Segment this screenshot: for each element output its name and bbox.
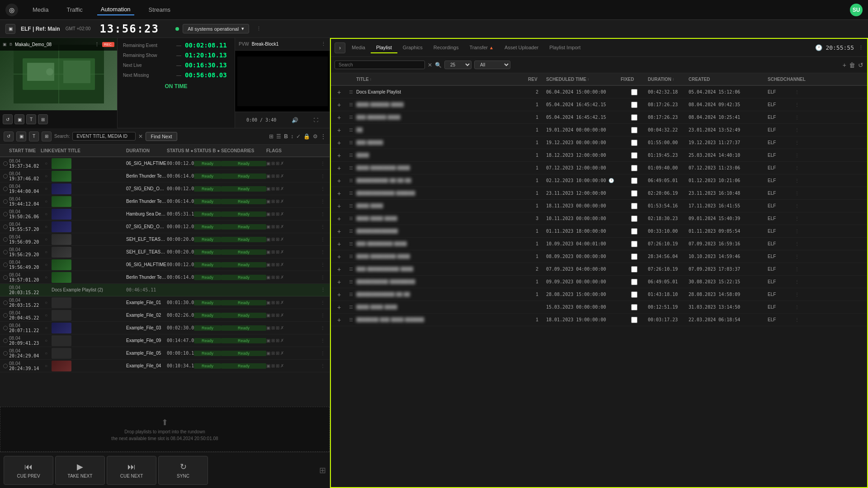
event-row[interactable]: 08.04 19:44:12.04 ○ Berlin Thunder Team … — [0, 195, 330, 208]
playlist-row[interactable]: + ☰ ████ ████ 1 18.11.2023 00:00:00:00 0… — [331, 200, 867, 212]
playlist-drag-handle[interactable]: ☰ — [349, 241, 353, 246]
search-clear-icon[interactable]: ✕ — [138, 133, 143, 140]
event-more-icon[interactable]: ⋮ — [321, 338, 330, 343]
sec-icon-3[interactable]: ⊞ — [276, 249, 279, 254]
right-more-icon[interactable]: ⋮ — [859, 45, 863, 51]
playlist-fixed-checkbox[interactable] — [631, 102, 637, 108]
sec-icon-3[interactable]: ⊞ — [276, 224, 279, 229]
playlist-row-more[interactable]: ⋮ — [795, 153, 808, 158]
playlist-fixed-checkbox[interactable] — [631, 279, 637, 285]
playlist-add-btn[interactable]: + — [337, 89, 341, 96]
playlist-drag-handle[interactable]: ☰ — [349, 317, 353, 322]
event-row[interactable]: 08.04 20:04:45.22 ○ Example_File_02 00:0… — [0, 309, 330, 322]
playlist-row-more[interactable]: ⋮ — [795, 305, 808, 310]
fullscreen-icon[interactable]: ⛶ — [314, 117, 318, 122]
playlist-row-more[interactable]: ⋮ — [795, 216, 808, 221]
playlist-add-btn[interactable]: + — [337, 278, 341, 286]
event-row[interactable]: 08.04 20:07:11.22 ○ Example_File_03 00:0… — [0, 322, 330, 334]
sec-icon-4[interactable]: ✗ — [280, 174, 284, 178]
tab-graphics[interactable]: Graphics — [397, 42, 428, 53]
playlist-fixed-checkbox[interactable] — [631, 253, 637, 260]
toolbar-icon-2[interactable]: ⊞ — [42, 131, 52, 141]
event-row[interactable]: 08.04 19:56:29.20 ○ SEH_ELF_TEASER_20 PL… — [0, 246, 330, 258]
sec-icon-4[interactable]: ✗ — [280, 325, 284, 330]
sec-icon-3[interactable]: ⊞ — [276, 237, 279, 242]
playlist-fixed-checkbox[interactable] — [631, 190, 637, 197]
event-more-icon[interactable]: ⋮ — [321, 262, 330, 267]
playlist-row[interactable]: + ☰ ████████████ ██████ 1 23.11.2023 12:… — [331, 187, 867, 200]
playlist-fixed-checkbox[interactable] — [631, 216, 637, 222]
playlist-drag-handle[interactable]: ☰ — [349, 89, 353, 94]
sec-icon-1[interactable]: ▣ — [266, 351, 270, 356]
sync-button[interactable]: ↻SYNC — [158, 456, 208, 485]
sec-icon-2[interactable]: ⊞ — [271, 275, 275, 280]
pl-col-sched-time[interactable]: SCHEDULED TIME ↕ — [546, 77, 621, 82]
playlist-drag-handle[interactable]: ☰ — [349, 102, 353, 107]
playlist-drag-handle[interactable]: ☰ — [349, 115, 353, 120]
header-more-icon[interactable]: ⋮ — [256, 26, 261, 32]
tab-transfer[interactable]: Transfer ▲ — [464, 42, 499, 53]
sec-icon-1[interactable]: ▣ — [266, 325, 270, 330]
playlist-fixed-checkbox[interactable] — [631, 228, 637, 235]
event-more-icon[interactable]: ⋮ — [321, 161, 330, 166]
playlist-add-btn[interactable]: + — [337, 253, 341, 260]
playlist-row[interactable]: + ☰ ███████ ███ ████ ██████ 1 18.01.2023… — [331, 314, 867, 326]
event-row[interactable]: 08.04 20:24:39.14 ○ Example_File_04 00:1… — [0, 360, 330, 372]
playlist-row[interactable]: + ☰ ███ ██████████ ████ 2 07.09.2023 04:… — [331, 263, 867, 276]
sec-icon-3[interactable]: ⊞ — [276, 262, 279, 267]
playlist-drag-handle[interactable]: ☰ — [349, 279, 353, 284]
playlist-add-btn[interactable]: + — [337, 240, 341, 248]
sec-icon-3[interactable]: ⊞ — [276, 300, 279, 305]
sec-icon-2[interactable]: ⊞ — [271, 351, 275, 356]
take-next-button[interactable]: ▶TAKE NEXT — [55, 456, 105, 485]
tab-playlist-import[interactable]: Playlist Import — [544, 42, 586, 53]
sec-icon-2[interactable]: ⊞ — [271, 211, 275, 216]
sec-icon-1[interactable]: ▣ — [266, 300, 270, 305]
playlist-row[interactable]: + ☰ ██████████ ████████ 1 09.09.2023 00:… — [331, 276, 867, 288]
sec-icon-3[interactable]: ⊞ — [276, 199, 279, 204]
playlist-row[interactable]: + ☰ ████████████ ██ ██ 1 28.08.2023 15:0… — [331, 288, 867, 301]
event-row[interactable]: 08.04 19:56:49.20 ○ 06_SIG_HALFTIME 00:0… — [0, 258, 330, 271]
monitor-ctrl-1[interactable]: ▣ — [14, 114, 24, 124]
sec-icon-2[interactable]: ⊞ — [271, 262, 275, 267]
monitor-menu[interactable]: ⋮ — [94, 42, 99, 47]
playlist-fixed-checkbox[interactable] — [631, 152, 637, 159]
playlist-add-btn[interactable]: + — [337, 127, 341, 134]
playlist-row[interactable]: + ☰ ███ ████████ ████ 1 10.09.2023 04:00… — [331, 238, 867, 250]
playlist-row-more[interactable]: ⋮ — [795, 317, 808, 322]
sec-icon-1[interactable]: ▣ — [266, 161, 270, 166]
sec-icon-4[interactable]: ✗ — [280, 249, 284, 254]
sec-icon-2[interactable]: ⊞ — [271, 313, 275, 318]
toolbar-icon-t[interactable]: T — [29, 131, 39, 141]
right-search-input[interactable] — [335, 61, 425, 69]
playlist-fixed-checkbox[interactable] — [631, 241, 637, 247]
find-next-button[interactable]: Find Next — [146, 132, 177, 141]
sec-icon-4[interactable]: ✗ — [280, 275, 284, 280]
playlist-row-more[interactable]: ⋮ — [795, 140, 808, 145]
playlist-drag-handle[interactable]: ☰ — [349, 254, 353, 259]
sec-icon-4[interactable]: ✗ — [280, 186, 284, 191]
playlist-row[interactable]: + ☰ Docs Example Playlist 2 06.04.2024 1… — [331, 86, 867, 99]
bottom-right-icon[interactable]: ⊞ — [319, 465, 326, 475]
playlist-row-more[interactable]: ⋮ — [795, 203, 808, 208]
sec-icon-2[interactable]: ⊞ — [271, 161, 275, 166]
toolbar-icon-1[interactable]: ▣ — [16, 131, 26, 141]
sec-icon-3[interactable]: ⊞ — [276, 161, 279, 166]
playlist-add-btn[interactable]: + — [337, 304, 341, 311]
cue-prev-button[interactable]: ⏮CUE PREV — [4, 456, 53, 485]
sec-icon-4[interactable]: ✗ — [280, 262, 284, 267]
sec-icon-1[interactable]: ▣ — [266, 224, 270, 229]
nav-streams[interactable]: Streams — [145, 5, 174, 15]
playlist-fixed-checkbox[interactable] — [631, 304, 637, 310]
event-more-icon[interactable]: ⋮ — [321, 300, 330, 305]
event-more-icon[interactable]: ⋮ — [321, 275, 330, 280]
sec-icon-4[interactable]: ✗ — [280, 161, 284, 166]
playlist-row-more[interactable]: ⋮ — [795, 241, 808, 246]
playlist-fixed-checkbox[interactable] — [631, 178, 637, 184]
user-avatar[interactable]: SU — [850, 4, 863, 16]
tab-playlist[interactable]: Playlist — [371, 42, 397, 53]
playlist-row-more[interactable]: ⋮ — [795, 89, 808, 94]
playlist-row-more[interactable]: ⋮ — [795, 279, 808, 284]
playlist-row[interactable]: + ☰ ████ ████████ ████ 1 08.09.2023 00:0… — [331, 250, 867, 263]
sec-icon-1[interactable]: ▣ — [266, 262, 270, 267]
